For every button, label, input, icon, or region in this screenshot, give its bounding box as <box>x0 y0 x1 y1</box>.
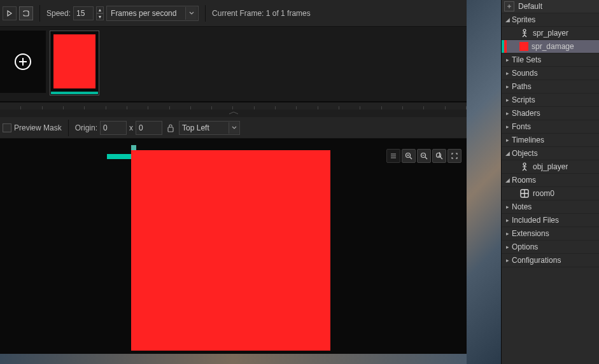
spinner-up-icon[interactable]: ▲ <box>96 6 104 13</box>
expand-arrow-icon[interactable]: ▸ <box>504 257 511 263</box>
expand-arrow-icon[interactable]: ▸ <box>504 110 511 116</box>
zoom-controls: 1 <box>386 149 462 163</box>
resource-tree-sidebar: Default ◢Spritesspr_playerspr_damage▸Til… <box>501 0 599 364</box>
add-frame-button[interactable] <box>0 31 46 93</box>
default-config-label: Default <box>518 2 542 11</box>
speed-label: Speed: <box>46 9 71 18</box>
tree-item-label: room0 <box>533 189 554 198</box>
tree-item-label: Configurations <box>512 256 561 265</box>
tree-item-label: Sounds <box>512 69 538 78</box>
sprite-editor-panel: Speed: ▲ ▼ Frames per second Current Fra… <box>0 0 467 354</box>
tree-item-sounds[interactable]: ▸Sounds <box>502 67 599 80</box>
default-config-row[interactable]: Default <box>502 0 599 13</box>
svg-point-6 <box>523 29 526 32</box>
tree-item-label: Paths <box>512 82 532 91</box>
zoom-fit-button[interactable] <box>447 149 462 163</box>
desktop-background <box>467 0 502 364</box>
tree-item-objects[interactable]: ◢Objects <box>502 147 599 160</box>
tree-item-notes[interactable]: ▸Notes <box>502 200 599 214</box>
origin-xy-separator: x <box>129 123 133 132</box>
tree-item-obj_player[interactable]: obj_player <box>502 160 599 174</box>
expand-arrow-icon[interactable]: ◢ <box>504 177 511 183</box>
tree-item-label: Rooms <box>512 176 536 185</box>
expand-arrow-icon[interactable]: ▸ <box>504 204 511 210</box>
frames-strip <box>0 27 467 102</box>
svg-rect-1 <box>168 127 173 132</box>
panel-resize-grip[interactable] <box>0 109 467 117</box>
expand-arrow-icon[interactable]: ▸ <box>504 70 511 76</box>
origin-mode-dropdown[interactable]: Top Left <box>179 121 240 135</box>
chevron-down-icon <box>229 122 239 134</box>
person-icon <box>519 28 530 38</box>
preview-mask-checkbox[interactable] <box>3 123 11 132</box>
zoom-in-button[interactable] <box>402 149 416 163</box>
expand-arrow-icon[interactable]: ▸ <box>504 230 511 237</box>
tree-item-configurations[interactable]: ▸Configurations <box>502 254 599 267</box>
desktop-background-bottom <box>0 354 467 364</box>
origin-toolbar: Preview Mask Origin: x Top Left <box>0 117 467 139</box>
origin-y-input[interactable] <box>136 121 162 135</box>
frame-selected-indicator <box>51 92 98 94</box>
expand-arrow-icon[interactable]: ▸ <box>504 83 511 90</box>
tree-item-sprites[interactable]: ◢Sprites <box>502 13 599 27</box>
playback-toolbar: Speed: ▲ ▼ Frames per second Current Fra… <box>0 0 467 27</box>
speed-unit-label: Frames per second <box>111 9 176 18</box>
origin-mode-label: Top Left <box>182 123 209 132</box>
resource-tree: ◢Spritesspr_playerspr_damage▸Tile Sets▸S… <box>502 13 599 267</box>
tree-item-label: Extensions <box>512 229 549 238</box>
tree-item-room0[interactable]: room0 <box>502 187 599 200</box>
expand-arrow-icon[interactable]: ▸ <box>504 123 511 130</box>
speed-spinner[interactable]: ▲ ▼ <box>96 6 104 20</box>
tree-item-label: obj_player <box>533 162 568 171</box>
tree-item-rooms[interactable]: ◢Rooms <box>502 174 599 187</box>
tree-item-label: Options <box>512 242 538 251</box>
timeline-ruler[interactable] <box>0 102 467 109</box>
tree-item-label: Objects <box>512 149 538 158</box>
tree-item-spr_damage[interactable]: spr_damage <box>502 40 599 53</box>
tree-item-label: Included Files <box>512 216 559 225</box>
person-icon <box>519 162 530 172</box>
tree-item-paths[interactable]: ▸Paths <box>502 80 599 94</box>
tree-item-tile-sets[interactable]: ▸Tile Sets <box>502 53 599 67</box>
tree-item-fonts[interactable]: ▸Fonts <box>502 120 599 134</box>
expand-arrow-icon[interactable]: ▸ <box>504 57 511 63</box>
origin-x-input[interactable] <box>100 121 127 135</box>
tree-item-options[interactable]: ▸Options <box>502 241 599 254</box>
sprite-canvas-area[interactable]: 1 <box>0 139 467 354</box>
chevron-down-icon <box>185 7 197 20</box>
spinner-down-icon[interactable]: ▼ <box>96 13 104 20</box>
speed-unit-dropdown[interactable]: Frames per second <box>106 6 199 21</box>
play-button[interactable] <box>3 6 17 20</box>
sprite-canvas[interactable] <box>131 150 330 351</box>
expand-arrow-icon[interactable]: ◢ <box>504 150 511 157</box>
zoom-reset-button[interactable]: 1 <box>432 149 446 163</box>
expand-arrow-icon[interactable]: ▸ <box>504 137 511 143</box>
origin-guide-horizontal-accent <box>107 154 131 159</box>
expand-arrow-icon[interactable]: ▸ <box>504 97 511 103</box>
zoom-out-button[interactable] <box>417 149 431 163</box>
tree-item-shaders[interactable]: ▸Shaders <box>502 107 599 120</box>
expand-arrow-icon[interactable]: ▸ <box>504 217 511 223</box>
svg-text:1: 1 <box>437 152 442 158</box>
expand-arrow-icon[interactable]: ▸ <box>504 244 511 250</box>
current-frame-label: Current Frame: 1 of 1 frames <box>212 9 311 18</box>
tree-item-label: Sprites <box>512 15 535 24</box>
preview-mask-label: Preview Mask <box>14 123 62 132</box>
tree-item-label: spr_damage <box>532 42 574 51</box>
pin-icon[interactable] <box>504 1 514 11</box>
tree-item-scripts[interactable]: ▸Scripts <box>502 94 599 107</box>
zoom-menu-button[interactable] <box>386 149 400 163</box>
lock-origin-button[interactable] <box>165 121 176 135</box>
speed-input[interactable] <box>73 6 94 20</box>
tree-item-included-files[interactable]: ▸Included Files <box>502 214 599 227</box>
svg-point-7 <box>523 163 526 165</box>
tree-item-label: Timelines <box>512 136 544 144</box>
tree-item-timelines[interactable]: ▸Timelines <box>502 134 599 147</box>
expand-arrow-icon[interactable]: ◢ <box>504 17 511 23</box>
tree-item-spr_player[interactable]: spr_player <box>502 27 599 40</box>
frame-thumbnail-0[interactable] <box>50 31 99 95</box>
loop-button[interactable] <box>19 6 33 20</box>
tree-item-label: Fonts <box>512 122 531 131</box>
tree-item-extensions[interactable]: ▸Extensions <box>502 227 599 241</box>
room-icon <box>519 188 530 199</box>
